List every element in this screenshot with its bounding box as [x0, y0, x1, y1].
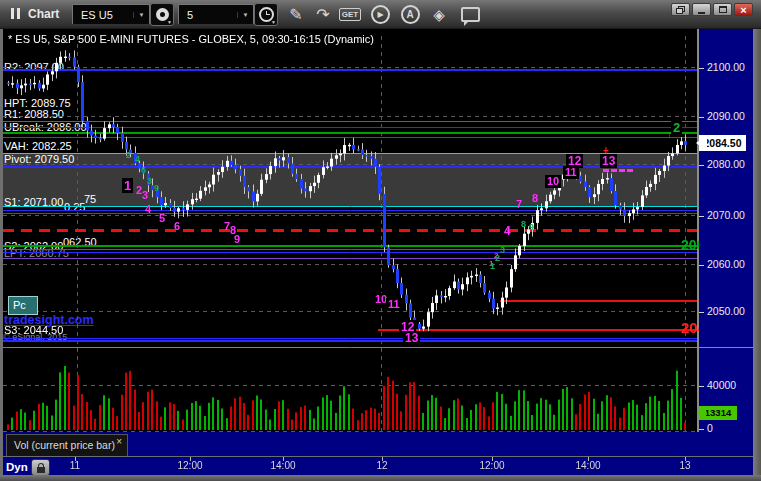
time-axis-label: 14:00: [568, 460, 608, 471]
volume-study-tab[interactable]: Vol (current price bar) ×: [6, 434, 128, 456]
tab-close-icon[interactable]: ×: [116, 435, 122, 449]
symbol-value: ES U5: [73, 9, 133, 21]
axis-tick-mark: [699, 312, 704, 313]
line-value-label: 2063: [681, 237, 699, 253]
letter-a-icon: A: [401, 5, 420, 24]
time-axis-label: 11: [55, 460, 95, 471]
app-icon: [11, 8, 25, 20]
interval-combobox[interactable]: 5 ▼: [178, 4, 254, 25]
curve-arrow-icon: ↷: [316, 5, 329, 24]
bottom-panel: Vol (current price bar) × Dyn 1112:0014:…: [3, 432, 753, 475]
time-axis-label: 12:00: [170, 460, 210, 471]
time-axis-label: 13: [665, 460, 705, 471]
play-button[interactable]: ▶: [368, 3, 392, 26]
price-axis-label: 2050.00: [707, 305, 745, 317]
chevron-down-icon[interactable]: ▼: [237, 12, 253, 18]
pencil-icon: ✎: [289, 5, 302, 24]
chart-header: * ES U5, S&P 500 E-MINI FUTURES - GLOBEX…: [8, 33, 374, 45]
window-title: Chart: [28, 7, 59, 21]
symbol-combobox[interactable]: ES U5 ▼: [72, 4, 150, 25]
line-value-label: 2046: [681, 319, 699, 336]
axis-tick-mark: [699, 165, 704, 166]
time-axis-label: 14:00: [263, 460, 303, 471]
time-settings-button[interactable]: ▼: [254, 3, 278, 26]
volume-tab-label: Vol (current price bar): [14, 439, 115, 451]
axis-tick-mark: [699, 386, 704, 387]
axis-tick-mark: [699, 429, 704, 430]
window-titlebar[interactable]: Chart ES U5 ▼ ▼ 5 ▼ ▼ ✎ ↷ GET ▶: [0, 0, 761, 29]
comment-button[interactable]: [458, 3, 482, 26]
get-label: GET: [339, 8, 361, 21]
window-bottom-border: [0, 475, 761, 481]
time-axis[interactable]: 1112:0014:001212:0014:0013: [3, 456, 753, 475]
price-axis-label: 2080.00: [707, 158, 745, 170]
last-volume-tag: 13314: [699, 406, 737, 420]
maximize-button[interactable]: [713, 3, 732, 16]
time-axis-label: 12: [362, 460, 402, 471]
window-left-border: [0, 28, 3, 475]
axis-tick-mark: [699, 117, 704, 118]
chevron-down-icon: ▼: [167, 19, 172, 25]
draw-tool-button[interactable]: ✎: [285, 3, 307, 26]
restore-window-button[interactable]: [671, 3, 690, 16]
close-icon: ×: [740, 4, 746, 16]
speech-bubble-icon: [461, 7, 480, 22]
interval-value: 5: [179, 9, 237, 21]
level-label-s3: S3: 2044.50: [4, 324, 63, 336]
pane-divider: [699, 347, 753, 348]
axis-tick-mark: [699, 68, 704, 69]
window-right-border: [753, 28, 761, 475]
axis-tick-mark: [699, 216, 704, 217]
quote-tool-button[interactable]: ↷: [312, 3, 334, 26]
price-axis-label: 40000: [707, 379, 736, 391]
time-axis-label: 12:00: [472, 460, 512, 471]
price-chart-canvas[interactable]: [3, 28, 698, 432]
maximize-icon: [719, 6, 727, 13]
chevron-down-icon: ▼: [271, 19, 276, 25]
close-button[interactable]: ×: [734, 3, 753, 16]
get-data-button[interactable]: GET: [338, 3, 362, 26]
chart-settings-button[interactable]: ▼: [150, 3, 174, 26]
style-brush-button[interactable]: ◈: [428, 3, 450, 26]
diamond-brush-icon: ◈: [433, 6, 445, 24]
price-axis-label: 2100.00: [707, 61, 745, 73]
auto-analysis-button[interactable]: A: [398, 3, 422, 26]
last-price-tag: 2084.50: [699, 135, 746, 151]
restore-icon: [676, 6, 685, 14]
play-icon: ▶: [371, 5, 390, 24]
minimize-icon: [698, 12, 705, 14]
price-axis-label: 2060.00: [707, 258, 745, 270]
pc-badge[interactable]: Pc: [8, 296, 38, 315]
price-axis-label: 2070.00: [707, 209, 745, 221]
chart-window: Chart ES U5 ▼ ▼ 5 ▼ ▼ ✎ ↷ GET ▶: [0, 0, 761, 481]
axis-tick-mark: [699, 265, 704, 266]
chevron-down-icon[interactable]: ▼: [133, 12, 149, 18]
minimize-button[interactable]: [692, 3, 711, 16]
price-axis-label: 2090.00: [707, 110, 745, 122]
